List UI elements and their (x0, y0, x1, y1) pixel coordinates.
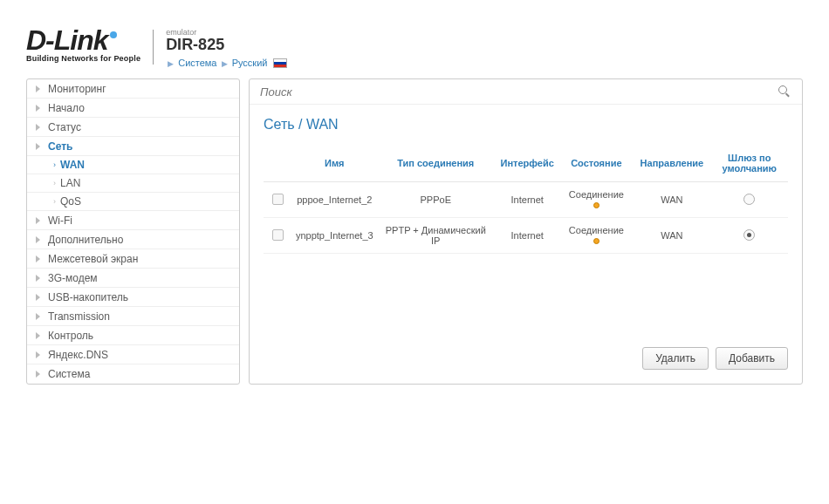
sidebar-item-label: Начало (48, 102, 85, 114)
sidebar-item-transmission[interactable]: Transmission (27, 307, 239, 326)
sidebar-item-status[interactable]: Статус (27, 118, 239, 137)
sidebar-item-label: Система (48, 368, 90, 380)
cell-iface: Internet (495, 218, 560, 254)
chevron-right-icon (34, 123, 43, 132)
sidebar-subitem-wan[interactable]: ›WAN (27, 156, 239, 174)
chevron-right-icon (34, 274, 43, 283)
arrow-right-icon: › (53, 160, 56, 169)
cell-direction: WAN (633, 218, 710, 254)
row-checkbox[interactable] (272, 194, 284, 205)
table-row[interactable]: pppoe_Internet_2 PPPoE Internet Соединен… (264, 182, 788, 218)
sidebar-item-monitoring[interactable]: Мониторинг (27, 79, 239, 99)
sidebar-item-label: 3G-модем (48, 272, 98, 284)
chevron-right-icon (34, 293, 43, 302)
col-iface: Интерфейс (495, 145, 560, 182)
header: D-Link Building Networks for People emul… (26, 26, 803, 68)
chevron-right-icon (34, 312, 43, 321)
cell-name: ynpptp_Internet_3 (292, 218, 377, 254)
sidebar-item-wifi[interactable]: Wi-Fi (27, 211, 239, 230)
sidebar-subitem-label: WAN (60, 159, 85, 171)
cell-direction: WAN (633, 182, 710, 218)
chevron-right-icon (34, 85, 43, 93)
chevron-right-icon (34, 255, 43, 263)
table-row[interactable]: ynpptp_Internet_3 PPTP + Динамический IP… (264, 218, 788, 254)
col-direction: Направление (633, 145, 710, 182)
search-icon[interactable] (778, 85, 791, 99)
chevron-right-icon (34, 331, 43, 340)
sidebar-item-label: Яндекс.DNS (48, 349, 108, 361)
cell-type: PPPoE (377, 182, 495, 218)
main-panel: Сеть / WAN Имя Тип соединения Интерфейс … (249, 78, 803, 385)
sidebar-item-usb[interactable]: USB-накопитель (27, 288, 239, 307)
sidebar: Мониторинг Начало Статус Сеть ›WAN ›LAN … (26, 78, 240, 385)
col-gateway: Шлюз по умолчанию (711, 145, 788, 182)
crumb-language[interactable]: Русский (232, 58, 268, 68)
wan-table: Имя Тип соединения Интерфейс Состояние Н… (264, 145, 788, 254)
status-dot-icon (593, 202, 599, 208)
sidebar-item-network[interactable]: Сеть (27, 137, 239, 156)
chevron-right-icon: ▶ (168, 59, 174, 68)
sidebar-subitem-label: QoS (60, 195, 81, 208)
gateway-radio[interactable] (743, 194, 755, 205)
col-name: Имя (292, 145, 377, 182)
sidebar-item-advanced[interactable]: Дополнительно (27, 230, 239, 249)
table-head-row: Имя Тип соединения Интерфейс Состояние Н… (264, 145, 788, 182)
add-button[interactable]: Добавить (716, 347, 788, 370)
sidebar-item-system[interactable]: Система (27, 364, 239, 384)
delete-button[interactable]: Удалить (642, 347, 709, 370)
cell-iface: Internet (495, 182, 560, 218)
search-bar (250, 79, 802, 105)
sidebar-subitem-qos[interactable]: ›QoS (27, 193, 239, 211)
crumb-system[interactable]: Система (178, 58, 216, 68)
breadcrumb: ▶ Система ▶ Русский (166, 58, 286, 69)
cell-type: PPTP + Динамический IP (377, 218, 495, 254)
flag-ru-icon (273, 58, 287, 68)
cell-state: Соединение (559, 182, 633, 218)
chevron-right-icon (34, 216, 43, 225)
search-input[interactable] (260, 85, 778, 99)
chevron-right-icon (34, 142, 43, 151)
col-state: Состояние (559, 145, 633, 182)
cell-state: Соединение (559, 218, 633, 254)
sidebar-subitem-lan[interactable]: ›LAN (27, 174, 239, 193)
header-right: emulator DIR-825 ▶ Система ▶ Русский (166, 26, 286, 68)
row-checkbox[interactable] (272, 229, 284, 241)
chevron-right-icon (34, 235, 43, 244)
sidebar-item-firewall[interactable]: Межсетевой экран (27, 249, 239, 269)
sidebar-item-label: Сеть (48, 140, 72, 153)
sidebar-item-label: USB-накопитель (48, 291, 128, 303)
status-dot-icon (593, 238, 599, 244)
sidebar-subitem-label: LAN (60, 177, 80, 189)
sidebar-item-label: Статус (48, 121, 81, 133)
model-label: DIR-825 (166, 37, 286, 54)
chevron-right-icon (34, 351, 43, 359)
action-bar: Удалить Добавить (642, 347, 788, 370)
sidebar-item-3g[interactable]: 3G-модем (27, 269, 239, 288)
logo-wordmark: D-Link (26, 26, 140, 54)
page-title: Сеть / WAN (264, 117, 788, 133)
chevron-right-icon (34, 104, 43, 112)
cell-name: pppoe_Internet_2 (292, 182, 377, 218)
chevron-right-icon: ▶ (222, 59, 228, 68)
header-separator (153, 30, 154, 65)
sidebar-item-label: Transmission (48, 310, 110, 323)
sidebar-item-yandexdns[interactable]: Яндекс.DNS (27, 345, 239, 364)
arrow-right-icon: › (53, 197, 56, 206)
sidebar-item-home[interactable]: Начало (27, 99, 239, 118)
sidebar-item-control[interactable]: Контроль (27, 326, 239, 345)
logo: D-Link Building Networks for People (26, 26, 140, 63)
gateway-radio[interactable] (743, 229, 755, 241)
sidebar-item-label: Контроль (48, 330, 93, 342)
col-type: Тип соединения (377, 145, 495, 182)
sidebar-item-label: Wi-Fi (48, 215, 72, 227)
sidebar-item-label: Межсетевой экран (48, 253, 138, 265)
arrow-right-icon: › (53, 179, 56, 187)
sidebar-item-label: Мониторинг (48, 83, 106, 95)
chevron-right-icon (34, 370, 43, 378)
logo-tagline: Building Networks for People (26, 54, 140, 63)
sidebar-item-label: Дополнительно (48, 234, 123, 246)
